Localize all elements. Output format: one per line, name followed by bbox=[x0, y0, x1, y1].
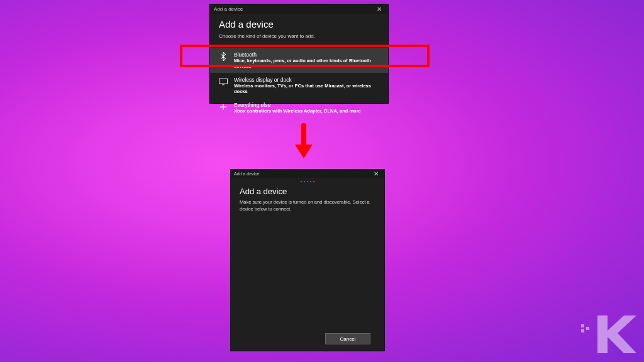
titlebar: Add a device ✕ bbox=[210, 4, 388, 14]
svg-rect-6 bbox=[581, 329, 584, 332]
svg-rect-0 bbox=[219, 79, 227, 84]
add-device-dialog-step1: Add a device ✕ Add a device Choose the k… bbox=[209, 4, 389, 104]
dialog-subtext: Make sure your device is turned on and d… bbox=[240, 199, 375, 212]
close-icon[interactable]: ✕ bbox=[374, 6, 384, 13]
progress-indicator bbox=[301, 181, 314, 182]
dialog-heading: Add a device bbox=[240, 187, 375, 196]
dialog-heading: Add a device bbox=[219, 19, 379, 30]
dialog-subtext: Choose the kind of device you want to ad… bbox=[219, 33, 379, 39]
dialog-body: Add a device Choose the kind of device y… bbox=[210, 14, 388, 48]
svg-rect-4 bbox=[581, 324, 584, 327]
option-everything-else[interactable]: Everything else Xbox controllers with Wi… bbox=[210, 98, 388, 118]
titlebar: Add a device ✕ bbox=[231, 170, 384, 178]
option-text: Wireless display or dock Wireless monito… bbox=[234, 77, 379, 94]
dialog-body: Add a device Make sure your device is tu… bbox=[231, 178, 384, 221]
option-desc: Xbox controllers with Wireless Adapter, … bbox=[234, 108, 379, 114]
option-title: Everything else bbox=[234, 102, 379, 108]
titlebar-text: Add a device bbox=[234, 172, 259, 176]
option-text: Bluetooth Mice, keyboards, pens, or audi… bbox=[234, 52, 379, 69]
cancel-button[interactable]: Cancel bbox=[325, 333, 370, 344]
option-text: Everything else Xbox controllers with Wi… bbox=[234, 102, 379, 114]
add-device-dialog-step2: Add a device ✕ Add a device Make sure yo… bbox=[230, 169, 385, 351]
titlebar-text: Add a device bbox=[214, 6, 243, 12]
watermark-logo bbox=[580, 313, 636, 357]
bluetooth-icon bbox=[219, 52, 228, 61]
option-bluetooth[interactable]: Bluetooth Mice, keyboards, pens, or audi… bbox=[210, 48, 388, 73]
plus-icon bbox=[219, 102, 228, 111]
option-desc: Mice, keyboards, pens, or audio and othe… bbox=[234, 58, 379, 69]
display-icon bbox=[219, 77, 228, 86]
svg-rect-5 bbox=[586, 327, 589, 330]
cancel-button-label: Cancel bbox=[340, 336, 356, 342]
option-desc: Wireless monitors, TVs, or PCs that use … bbox=[234, 83, 379, 94]
option-wireless-display[interactable]: Wireless display or dock Wireless monito… bbox=[210, 73, 388, 98]
option-title: Bluetooth bbox=[234, 52, 379, 58]
close-icon[interactable]: ✕ bbox=[371, 170, 381, 177]
annotation-arrow-down bbox=[296, 123, 311, 161]
option-title: Wireless display or dock bbox=[234, 77, 379, 83]
